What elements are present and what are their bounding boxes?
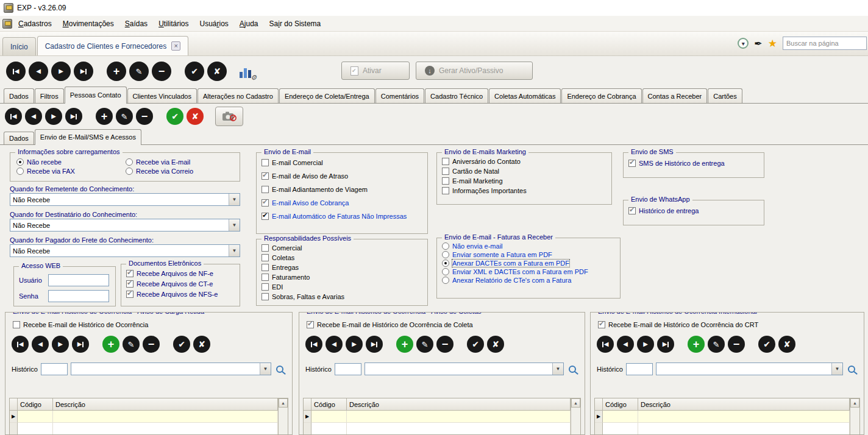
photo-button[interactable] [215,107,243,126]
nav-first-button[interactable]: ◀ [5,108,22,125]
radio-recebe-via-correio[interactable]: Recebe via Correio [126,168,240,175]
nav-last-button[interactable]: ▶ [657,336,674,353]
dropdown-arrow-icon[interactable]: ▼ [831,363,842,375]
historico-select[interactable]: ▼ [656,362,843,375]
checkbox-aniversario-contato[interactable]: Aniversário do Contato [442,158,611,165]
checkbox-recebe-historico-coleta[interactable]: Recebe E-mail de Histórico de Ocorrência… [307,321,585,328]
delete-button[interactable]: − [728,336,745,353]
senha-input[interactable] [48,290,109,302]
scroll-up-icon[interactable]: ▲ [571,398,580,408]
checkbox-email-comercial[interactable]: E-mail Comercial [261,159,427,166]
checkbox-email-aviso-atraso[interactable]: E-mail de Aviso de Atraso [261,172,427,180]
checkbox-comercial[interactable]: Comercial [261,244,427,252]
nav-next-button[interactable]: ▶ [52,336,69,353]
checkbox-recebe-nfse[interactable]: Recebe Arquivos de NFS-e [126,291,240,298]
edit-button[interactable]: ✎ [416,336,433,353]
nav-next-button[interactable]: ▶ [637,336,654,353]
nav-first-button[interactable]: ◀ [597,336,614,353]
search-icon[interactable] [848,366,855,373]
column-descricao[interactable]: Descrição [347,398,571,411]
tab-pessoas-contato[interactable]: Pessoas Contato [65,87,127,103]
checkbox-email-marketing[interactable]: E-mail Marketing [442,177,611,185]
radio-anexar-dactes-fatura-pdf[interactable]: Anexar DACTEs com a Fatura em PDF [442,260,620,267]
cancel-button[interactable]: ✘ [187,108,204,125]
grid-scrollbar[interactable]: ▲ [850,398,859,435]
nav-last-button[interactable]: ▶ [65,108,82,125]
menu-saidas[interactable]: Saídas [120,17,152,30]
nav-next-button[interactable]: ▶ [45,108,62,125]
column-descricao[interactable]: Descrição [638,398,850,411]
nav-next-button[interactable]: ▶ [51,62,71,81]
scroll-up-icon[interactable]: ▲ [279,398,288,408]
nav-prev-button[interactable]: ◀ [32,336,49,353]
cancel-button[interactable]: ✘ [193,336,210,353]
add-button[interactable]: + [102,336,119,353]
chevron-down-icon[interactable]: ▾ [738,38,749,49]
tab-comentarios[interactable]: Comentários [375,88,424,103]
star-icon[interactable]: ★ [768,37,777,50]
search-input[interactable] [783,37,867,50]
column-codigo[interactable]: Código [311,398,347,411]
historico-select[interactable]: ▼ [365,362,564,375]
delete-button[interactable]: − [152,62,171,81]
checkbox-recebe-historico-crt[interactable]: Recebe E-mail de Histórico de Ocorrência… [598,321,864,328]
nav-first-button[interactable]: ◀ [6,62,26,81]
nav-last-button[interactable]: ▶ [72,336,89,353]
pin-icon[interactable]: ✒ [754,38,762,49]
tab-cartoes[interactable]: Cartões [708,88,742,103]
nav-next-button[interactable]: ▶ [346,336,363,353]
ativar-button[interactable]: Ativar [341,62,410,80]
tab-clientes-vinculados[interactable]: Clientes Vinculados [127,88,197,103]
nav-last-button[interactable]: ▶ [366,336,383,353]
grid-scrollbar[interactable]: ▲ [571,398,580,435]
table-row[interactable]: ▶ [10,411,278,423]
menu-usuarios[interactable]: Usuários [194,17,233,30]
menu-utilitarios[interactable]: Utilitários [154,17,193,30]
checkbox-edi[interactable]: EDI [261,283,427,291]
confirm-button[interactable]: ✔ [166,108,183,125]
menu-cadastros[interactable]: Cadastros [13,17,57,30]
nav-prev-button[interactable]: ◀ [617,336,634,353]
tab-cadastro-tecnico[interactable]: Cadastro Técnico [425,88,488,103]
remetente-select[interactable]: Não Recebe ▼ [10,193,240,206]
nav-prev-button[interactable]: ◀ [25,108,42,125]
destinatario-select[interactable]: Não Recebe ▼ [10,219,240,232]
tab-alteracoes-no-cadastro[interactable]: Alterações no Cadastro [197,88,279,103]
cancel-button[interactable]: ✘ [487,336,504,353]
radio-anexar-relatorio-ctes[interactable]: Anexar Relatório de CTe's com a Fatura [442,277,620,284]
add-button[interactable]: + [96,108,113,125]
checkbox-entregas[interactable]: Entregas [261,264,427,271]
tab-dados[interactable]: Dados [4,88,34,103]
radio-recebe-via-fax[interactable]: Recebe via FAX [16,168,123,175]
chart-settings-button[interactable]: ⚙ [233,62,257,81]
checkbox-coletas[interactable]: Coletas [261,254,427,261]
dropdown-arrow-icon[interactable]: ▼ [229,194,240,205]
historico-code-input[interactable] [335,363,361,375]
dropdown-arrow-icon[interactable]: ▼ [260,363,271,375]
checkbox-cartao-natal[interactable]: Cartão de Natal [442,168,611,175]
close-tab-icon[interactable]: × [171,41,180,51]
search-icon[interactable] [569,366,576,373]
dropdown-arrow-icon[interactable]: ▼ [552,363,563,375]
add-button[interactable]: + [688,336,705,353]
confirm-button[interactable]: ✔ [758,336,775,353]
checkbox-email-aviso-cobranca[interactable]: E-mail Aviso de Cobrança [261,199,427,207]
nav-last-button[interactable]: ▶ [74,62,93,81]
nav-prev-button[interactable]: ◀ [29,62,48,81]
radio-enviar-xml-dactes-pdf[interactable]: Enviar XML e DACTEs com a Fatura em PDF [442,268,620,275]
checkbox-recebe-historico-ocorrencia[interactable]: Recebe E-mail de Histórico de Ocorrência [13,321,292,328]
confirm-button[interactable]: ✔ [185,62,204,81]
tab-cadastro-clientes-fornecedores[interactable]: Cadastro de Clientes e Fornecedores × [37,36,188,55]
subtab-dados[interactable]: Dados [4,132,34,144]
column-codigo[interactable]: Código [603,398,638,411]
table-row[interactable] [10,423,278,435]
nav-first-button[interactable]: ◀ [12,336,29,353]
cancel-button[interactable]: ✘ [207,62,227,81]
checkbox-faturamento[interactable]: Faturamento [261,274,427,281]
radio-nao-recebe[interactable]: Não recebe [16,158,123,166]
historico-code-input[interactable] [41,363,68,375]
delete-button[interactable]: − [436,336,454,353]
usuario-input[interactable] [48,274,109,286]
delete-button[interactable]: − [143,336,160,353]
dropdown-arrow-icon[interactable]: ▼ [229,219,240,231]
